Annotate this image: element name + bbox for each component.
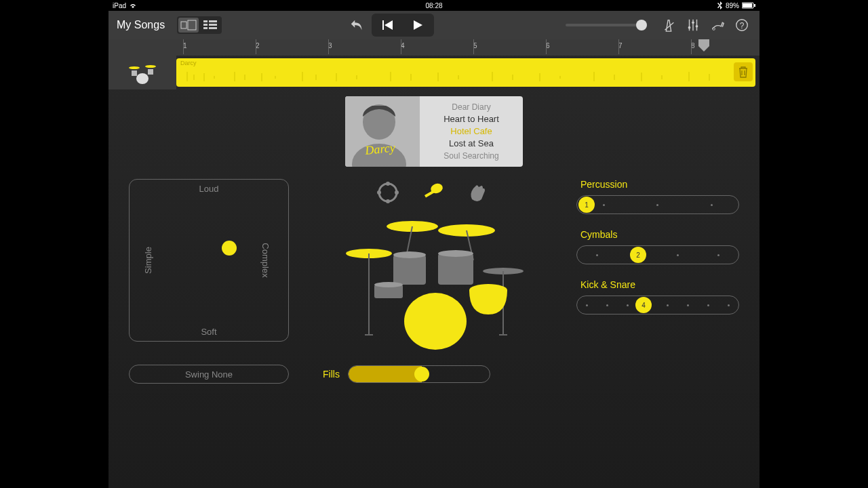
preset-item-selected[interactable]: Hotel Cafe bbox=[450, 125, 492, 138]
slider-knob[interactable]: 4 bbox=[635, 297, 652, 313]
svg-rect-9 bbox=[203, 27, 208, 29]
transport-controls bbox=[372, 14, 434, 37]
svg-point-12 bbox=[688, 26, 691, 29]
cymbals-slider-group: Cymbals 2 bbox=[576, 229, 739, 264]
svg-point-20 bbox=[136, 73, 149, 84]
svg-point-69 bbox=[393, 251, 426, 258]
tracks-view-icon[interactable] bbox=[200, 18, 220, 33]
xy-label-complex: Complex bbox=[260, 243, 271, 277]
svg-point-14 bbox=[696, 25, 698, 28]
help-button[interactable]: ? bbox=[732, 17, 751, 33]
svg-point-75 bbox=[404, 293, 467, 350]
svg-rect-3 bbox=[181, 22, 186, 28]
preset-list[interactable]: Dear Diary Heart to Heart Hotel Cafe Los… bbox=[420, 96, 523, 167]
ruler-mark: 6 bbox=[546, 42, 550, 49]
slider-label: Percussion bbox=[576, 179, 739, 190]
kicksnare-slider[interactable]: 4 bbox=[576, 296, 739, 314]
svg-rect-5 bbox=[203, 20, 208, 22]
preset-item[interactable]: Soul Searching bbox=[443, 150, 498, 162]
ruler-mark: 3 bbox=[328, 42, 332, 49]
clock: 08:28 bbox=[425, 2, 442, 9]
region-waveform bbox=[180, 72, 723, 83]
svg-point-56 bbox=[386, 182, 390, 186]
handclap-button[interactable] bbox=[464, 179, 491, 206]
svg-point-18 bbox=[129, 66, 140, 69]
ruler-mark: 4 bbox=[401, 42, 405, 49]
cymbals-slider[interactable]: 2 bbox=[576, 245, 739, 264]
metronome-button[interactable] bbox=[659, 17, 678, 33]
svg-point-57 bbox=[386, 199, 390, 203]
tambourine-button[interactable] bbox=[374, 179, 401, 206]
xy-label-simple: Simple bbox=[143, 247, 153, 274]
xy-label-soft: Soft bbox=[201, 327, 216, 337]
svg-rect-4 bbox=[188, 20, 196, 30]
undo-button[interactable] bbox=[347, 17, 366, 33]
mixer-button[interactable] bbox=[684, 17, 703, 33]
xy-pad[interactable]: Loud Soft Simple Complex bbox=[129, 179, 289, 342]
shaker-button[interactable] bbox=[419, 179, 446, 206]
delete-region-button[interactable] bbox=[734, 62, 753, 81]
svg-rect-22 bbox=[148, 69, 153, 75]
percussion-slider-group: Percussion 1 bbox=[576, 179, 739, 214]
battery-pct: 89% bbox=[726, 2, 739, 9]
svg-point-55 bbox=[395, 190, 399, 195]
ruler-mark: 5 bbox=[473, 42, 477, 49]
status-bar: iPad 08:28 89% bbox=[108, 0, 760, 11]
svg-rect-2 bbox=[754, 4, 755, 7]
percussion-slider[interactable]: 1 bbox=[576, 195, 739, 214]
wifi-icon bbox=[129, 2, 137, 9]
drumkit-icon bbox=[127, 61, 157, 84]
ruler-mark: 2 bbox=[256, 42, 260, 49]
battery-icon bbox=[742, 2, 755, 9]
slider-knob[interactable]: 1 bbox=[578, 197, 595, 213]
rewind-button[interactable] bbox=[373, 15, 403, 35]
slider-label: Kick & Snare bbox=[576, 279, 739, 290]
back-button[interactable]: My Songs bbox=[117, 19, 165, 31]
drummer-avatar: Darcy bbox=[345, 96, 420, 167]
view-toggle[interactable] bbox=[177, 16, 222, 34]
svg-rect-70 bbox=[438, 253, 473, 285]
trash-icon bbox=[738, 66, 749, 78]
preset-item[interactable]: Dear Diary bbox=[452, 101, 490, 113]
ruler-mark: 1 bbox=[183, 42, 187, 49]
fills-knob[interactable] bbox=[414, 367, 429, 382]
track-header[interactable] bbox=[108, 56, 176, 89]
fills-label: Fills bbox=[323, 369, 340, 380]
svg-rect-21 bbox=[132, 70, 137, 76]
volume-slider[interactable] bbox=[566, 24, 647, 26]
drummer-preset-card[interactable]: Darcy Dear Diary Heart to Heart Hotel Ca… bbox=[345, 96, 523, 167]
preset-item[interactable]: Heart to Heart bbox=[443, 113, 499, 125]
slider-label: Cymbals bbox=[576, 229, 739, 240]
playhead[interactable] bbox=[698, 39, 709, 54]
svg-point-54 bbox=[377, 190, 381, 195]
svg-rect-59 bbox=[425, 190, 434, 197]
track-row: Darcy bbox=[108, 56, 760, 89]
svg-text:?: ? bbox=[740, 21, 745, 30]
instrument-view-icon[interactable] bbox=[178, 18, 199, 33]
svg-point-13 bbox=[692, 22, 694, 24]
device-label: iPad bbox=[113, 2, 126, 9]
timeline-ruler[interactable]: 1 2 3 4 5 6 7 8 bbox=[108, 39, 760, 56]
slider-knob[interactable]: 2 bbox=[630, 247, 646, 263]
svg-rect-8 bbox=[209, 24, 217, 26]
preset-item[interactable]: Lost at Sea bbox=[449, 138, 494, 150]
svg-rect-68 bbox=[393, 255, 426, 285]
settings-button[interactable] bbox=[708, 17, 727, 33]
drum-region[interactable]: Darcy bbox=[176, 58, 755, 87]
fills-slider[interactable] bbox=[348, 365, 490, 383]
svg-rect-7 bbox=[203, 24, 208, 26]
bluetooth-icon bbox=[717, 1, 723, 9]
play-button[interactable] bbox=[403, 15, 433, 35]
svg-rect-6 bbox=[209, 20, 217, 22]
ruler-mark: 8 bbox=[691, 42, 695, 49]
drumkit-visual[interactable] bbox=[338, 213, 528, 355]
svg-point-53 bbox=[379, 184, 397, 201]
swing-button[interactable]: Swing None bbox=[129, 365, 289, 384]
svg-point-19 bbox=[145, 65, 156, 68]
svg-rect-1 bbox=[743, 3, 752, 7]
svg-point-74 bbox=[374, 282, 403, 287]
xy-puck[interactable] bbox=[222, 241, 237, 256]
svg-rect-11 bbox=[382, 20, 384, 30]
svg-point-71 bbox=[438, 250, 473, 257]
toolbar: My Songs ? bbox=[108, 11, 760, 39]
